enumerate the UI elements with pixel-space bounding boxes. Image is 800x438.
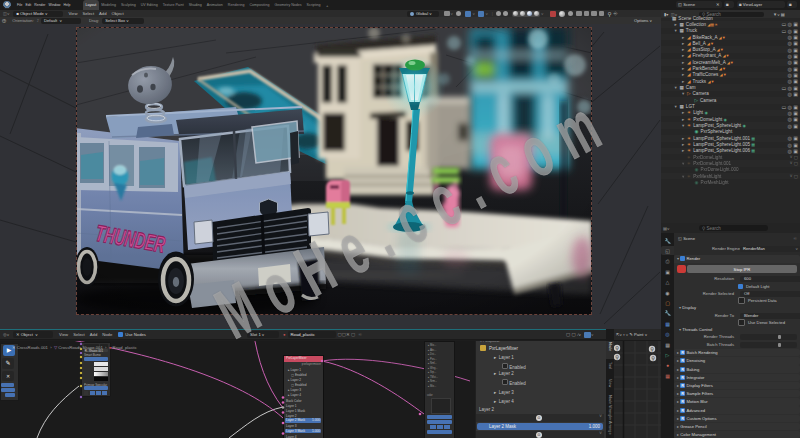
svg-text:⚲: ⚲ [650, 346, 654, 352]
svg-text:⚲: ⚲ [615, 345, 619, 351]
svg-text:⚲: ⚲ [615, 354, 619, 360]
svg-text:⚲: ⚲ [651, 355, 655, 361]
